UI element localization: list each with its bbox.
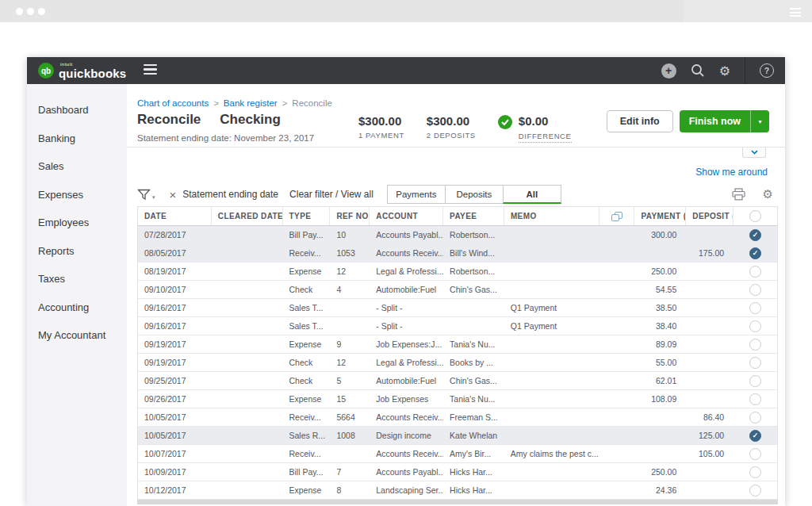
sidebar-item-expenses[interactable]: Expenses <box>27 181 127 209</box>
table-row[interactable]: 10/05/2017Receiv...5664Accounts Receiv..… <box>138 408 777 427</box>
sidebar-item-banking[interactable]: Banking <box>27 125 127 153</box>
column-header-memo[interactable]: MEMO <box>504 207 599 225</box>
column-header-account[interactable]: ACCOUNT <box>370 207 443 225</box>
cell-select[interactable] <box>733 357 777 369</box>
column-header-deposit-u[interactable]: DEPOSIT (U <box>686 207 733 225</box>
cell-select[interactable] <box>733 393 777 405</box>
reconcile-checkbox[interactable] <box>749 375 761 387</box>
reconcile-checkbox[interactable] <box>749 466 761 478</box>
sidebar-item-my-accountant[interactable]: My Accountant <box>27 321 127 350</box>
reconcile-checkbox[interactable] <box>749 284 761 296</box>
column-header-cleared-date[interactable]: CLEARED DATE <box>212 207 283 225</box>
window-controls[interactable] <box>16 8 45 15</box>
column-header-attachments[interactable] <box>599 207 635 225</box>
cell-select[interactable] <box>733 266 777 278</box>
cell-type: Bill Pay... <box>283 467 331 477</box>
clear-filter-link[interactable]: Clear filter / View all <box>289 189 373 200</box>
column-header-ref-no[interactable]: REF NO. <box>330 207 370 225</box>
table-settings-gear-icon[interactable]: ⚙ <box>763 187 773 201</box>
collapse-header-toggle[interactable] <box>742 148 766 158</box>
sidebar-item-employees[interactable]: Employees <box>27 209 127 237</box>
reconcile-checkbox[interactable] <box>749 320 761 332</box>
transaction-type-tabs: PaymentsDepositsAll <box>388 185 561 204</box>
table-row[interactable]: 09/19/2017Check12Legal & Professi...Book… <box>138 354 777 372</box>
cell-select[interactable] <box>733 320 777 332</box>
table-row[interactable]: 10/07/2017Receiv...Accounts Receiv...Amy… <box>138 445 777 463</box>
cell-select[interactable] <box>733 339 777 351</box>
sidebar-item-accounting[interactable]: Accounting <box>27 293 127 322</box>
column-header-date[interactable]: DATE <box>138 207 212 225</box>
copy-pages-icon[interactable] <box>611 212 622 221</box>
reconcile-checkbox[interactable] <box>749 448 761 460</box>
reconcile-checkbox-checked[interactable] <box>749 247 761 259</box>
reconcile-checkbox[interactable] <box>749 393 761 405</box>
table-row[interactable]: 09/19/2017Expense9Job Expenses:J...Tania… <box>138 335 777 354</box>
column-header-payee[interactable]: PAYEE <box>443 207 504 225</box>
cell-select[interactable] <box>733 302 777 314</box>
table-row[interactable]: 08/05/2017Receiv...1053Accounts Receiv..… <box>138 244 777 263</box>
table-row[interactable]: 09/16/2017Sales T...- Split -Q1 Payment3… <box>138 299 777 317</box>
cell-select[interactable] <box>733 412 777 424</box>
edit-info-button[interactable]: Edit info <box>607 110 673 132</box>
plus-icon[interactable]: + <box>661 63 676 79</box>
quickbooks-logo[interactable]: qb intuit quickbooks <box>38 62 126 80</box>
table-row[interactable]: 09/10/2017Check4Automobile:FuelChin's Ga… <box>138 281 777 299</box>
clear-filter-x-icon[interactable]: × <box>170 189 177 201</box>
browser-chrome <box>0 0 812 22</box>
table-row[interactable]: 10/12/2017Expense8Landscaping Ser...Hick… <box>138 481 777 500</box>
finish-now-caret-icon[interactable]: ▾ <box>750 110 769 132</box>
tab-payments[interactable]: Payments <box>387 185 446 204</box>
cell-select[interactable] <box>733 284 777 296</box>
gear-icon[interactable]: ⚙ <box>719 63 730 79</box>
column-header-select[interactable] <box>733 207 777 225</box>
table-row[interactable]: 08/19/2017Expense12Legal & Professi...Ro… <box>138 263 777 281</box>
reconcile-checkbox[interactable] <box>749 485 761 496</box>
reconcile-checkbox[interactable] <box>749 412 761 424</box>
filter-funnel-icon[interactable]: ▾ <box>137 189 155 201</box>
sidebar-item-reports[interactable]: Reports <box>27 237 127 266</box>
breadcrumb-link-chart-of-accounts[interactable]: Chart of accounts <box>137 98 209 108</box>
cell-select[interactable] <box>733 466 777 478</box>
tab-deposits[interactable]: Deposits <box>445 185 504 204</box>
cell-select[interactable] <box>733 247 777 259</box>
stat-label[interactable]: DIFFERENCE <box>519 132 572 143</box>
tab-all[interactable]: All <box>503 185 561 204</box>
print-icon[interactable] <box>732 188 745 201</box>
finish-now-button[interactable]: Finish now ▾ <box>680 110 769 132</box>
table-row[interactable]: 09/25/2017Check5Automobile:FuelChin's Ga… <box>138 372 777 390</box>
table-row[interactable]: 10/09/2017Bill Pay...7Accounts Payabl...… <box>138 463 777 481</box>
show-me-around-link[interactable]: Show me around <box>695 167 768 178</box>
cell-select[interactable] <box>733 485 777 496</box>
column-header-payment[interactable]: PAYMENT ( <box>634 207 686 225</box>
reconcile-checkbox[interactable] <box>749 302 761 314</box>
column-header-type[interactable]: TYPE <box>283 207 331 225</box>
help-icon[interactable]: ? <box>760 63 774 78</box>
hamburger-menu-icon[interactable] <box>144 64 157 78</box>
cell-payee: Chin's Gas... <box>443 376 504 385</box>
search-icon[interactable] <box>691 63 705 78</box>
window-dot[interactable] <box>27 8 34 15</box>
table-row[interactable]: 09/16/2017Sales T...- Split -Q1 Payment3… <box>138 317 777 335</box>
reconcile-checkbox-checked[interactable] <box>749 430 761 442</box>
reconcile-checkbox-checked[interactable] <box>749 229 761 241</box>
stat-label: 1 PAYMENT <box>358 131 404 140</box>
sidebar-item-sales[interactable]: Sales <box>27 152 127 181</box>
sidebar-item-taxes[interactable]: Taxes <box>27 265 127 293</box>
cell-select[interactable] <box>733 229 777 241</box>
breadcrumb-link-bank-register[interactable]: Bank register <box>224 98 278 108</box>
table-row[interactable]: 07/28/2017Bill Pay...10Accounts Payabl..… <box>138 226 777 244</box>
cell-select[interactable] <box>733 448 777 460</box>
cell-select[interactable] <box>733 430 777 442</box>
table-row[interactable]: 10/05/2017Sales R...1008Design incomeKat… <box>138 427 777 445</box>
cell-select[interactable] <box>733 375 777 387</box>
sidebar-item-dashboard[interactable]: Dashboard <box>27 96 127 125</box>
reconcile-checkbox[interactable] <box>749 339 761 351</box>
table-row[interactable]: 09/26/2017Expense15Job ExpensesTania's N… <box>138 390 777 408</box>
window-dot[interactable] <box>16 8 23 15</box>
cell-payment: 89.09 <box>634 339 686 349</box>
chrome-menu-icon[interactable] <box>790 8 801 19</box>
select-all-radio[interactable] <box>749 210 761 222</box>
window-dot[interactable] <box>38 8 45 15</box>
reconcile-checkbox[interactable] <box>749 357 761 369</box>
reconcile-checkbox[interactable] <box>749 266 761 278</box>
